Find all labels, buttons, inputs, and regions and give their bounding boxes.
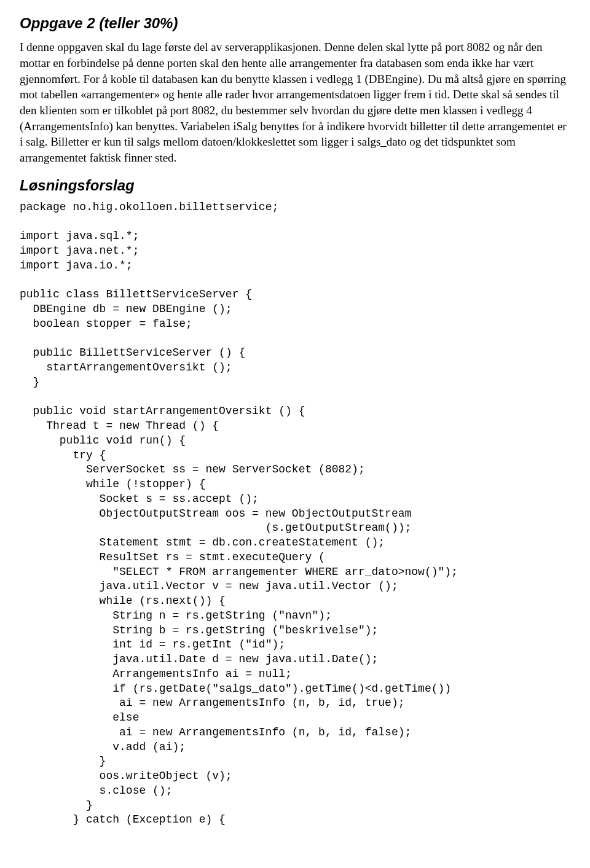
task-body: I denne oppgaven skal du lage første del… xyxy=(20,39,570,165)
solution-code: package no.hig.okolloen.billettservice; … xyxy=(20,200,570,827)
solution-title: Løsningsforslag xyxy=(20,176,570,195)
task-title: Oppgave 2 (teller 30%) xyxy=(20,14,570,33)
